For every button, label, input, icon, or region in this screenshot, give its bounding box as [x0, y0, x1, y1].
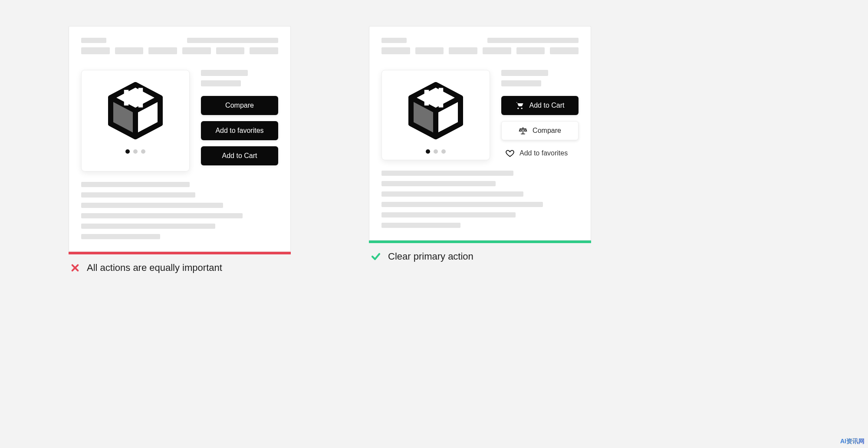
button-label: Add to Cart — [222, 152, 257, 160]
title-skeleton — [201, 70, 278, 86]
skeleton-bar — [250, 47, 278, 54]
skeleton-bar — [81, 182, 190, 187]
actions-column: Add to Cart Compare — [501, 70, 579, 160]
dot-3[interactable] — [141, 149, 145, 154]
skeleton-bar — [201, 70, 248, 76]
carousel-dots — [125, 149, 145, 154]
skeleton-bar — [501, 80, 541, 86]
skeleton-bar — [381, 191, 523, 197]
skeleton-bar — [381, 171, 513, 176]
caption-text: Clear primary action — [388, 251, 473, 262]
skeleton-bar — [81, 47, 110, 54]
nav-row — [81, 47, 278, 54]
link-label: Add to favorites — [519, 149, 568, 157]
title-skeleton — [501, 70, 579, 86]
body-skeleton — [381, 171, 579, 228]
product-row: Add to Cart Compare — [381, 70, 579, 160]
skeleton-bar — [381, 202, 543, 207]
header-row — [381, 38, 579, 43]
skeleton-bar — [550, 47, 579, 54]
scales-icon — [519, 126, 527, 135]
skeleton-bar — [415, 47, 444, 54]
skeleton-bar — [483, 47, 511, 54]
dot-2[interactable] — [133, 149, 138, 154]
skeleton-bar — [381, 47, 410, 54]
status-bar-good — [369, 240, 591, 243]
skeleton-bar — [487, 38, 579, 43]
dot-1[interactable] — [125, 149, 130, 154]
caption-text: All actions are equally important — [87, 262, 222, 273]
package-icon — [103, 78, 168, 143]
skeleton-bar — [81, 38, 106, 43]
cart-button[interactable]: Add to Cart — [501, 96, 579, 115]
product-row: Compare Add to favorites Add to Cart — [81, 70, 278, 171]
button-label: Compare — [533, 127, 561, 135]
comparison-container: Compare Add to favorites Add to Cart — [35, 26, 625, 273]
bad-example: Compare Add to favorites Add to Cart — [69, 26, 291, 273]
skeleton-bar — [381, 223, 460, 228]
product-image-card — [81, 70, 190, 171]
good-example: Add to Cart Compare — [369, 26, 591, 262]
check-icon — [371, 251, 381, 262]
dot-2[interactable] — [434, 149, 438, 154]
nav-row — [381, 47, 579, 54]
button-label: Compare — [225, 102, 254, 109]
compare-button[interactable]: Compare — [501, 121, 579, 140]
skeleton-bar — [381, 181, 496, 186]
heart-icon — [506, 149, 514, 158]
skeleton-bar — [381, 212, 516, 217]
actions-column: Compare Add to favorites Add to Cart — [201, 70, 278, 171]
skeleton-bar — [81, 224, 215, 229]
status-bar-bad — [69, 252, 291, 254]
bad-card: Compare Add to favorites Add to Cart — [69, 26, 291, 252]
button-label: Add to favorites — [215, 127, 263, 135]
skeleton-bar — [187, 38, 278, 43]
skeleton-bar — [501, 70, 548, 76]
skeleton-bar — [216, 47, 245, 54]
dot-1[interactable] — [426, 149, 430, 154]
skeleton-bar — [148, 47, 177, 54]
skeleton-bar — [381, 38, 407, 43]
good-card: Add to Cart Compare — [369, 26, 591, 240]
skeleton-bar — [201, 80, 241, 86]
skeleton-bar — [115, 47, 144, 54]
skeleton-bar — [182, 47, 211, 54]
favorites-link[interactable]: Add to favorites — [501, 146, 579, 160]
skeleton-bar — [81, 234, 160, 239]
button-label: Add to Cart — [529, 102, 565, 109]
good-caption: Clear primary action — [369, 251, 591, 262]
cart-icon — [516, 101, 524, 110]
carousel-dots — [426, 149, 446, 154]
skeleton-bar — [516, 47, 545, 54]
compare-button[interactable]: Compare — [201, 96, 278, 115]
cart-button[interactable]: Add to Cart — [201, 146, 278, 165]
body-skeleton — [81, 182, 278, 239]
skeleton-bar — [449, 47, 477, 54]
skeleton-bar — [81, 192, 195, 198]
dot-3[interactable] — [441, 149, 446, 154]
product-image-card — [381, 70, 490, 160]
header-row — [81, 38, 278, 43]
favorites-button[interactable]: Add to favorites — [201, 121, 278, 140]
skeleton-bar — [81, 203, 223, 208]
cross-icon — [70, 263, 80, 273]
package-icon — [403, 78, 468, 143]
skeleton-bar — [81, 213, 243, 218]
bad-caption: All actions are equally important — [69, 262, 291, 273]
